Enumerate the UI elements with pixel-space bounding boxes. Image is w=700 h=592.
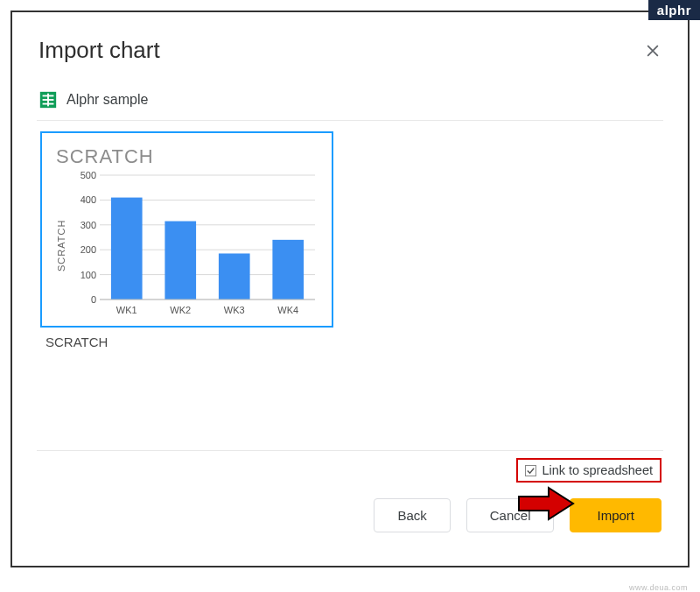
link-checkbox-label: Link to spreadsheet [542,463,653,477]
svg-text:0: 0 [91,294,96,305]
chart-thumbnail[interactable]: SCRATCH SCRATCH 0100200300400500WK1WK2WK… [40,131,333,328]
dialog-frame: Import chart Alphr sample SCRATCH SCRATC… [10,11,690,567]
dialog-title: Import chart [38,37,160,64]
content-area: SCRATCH SCRATCH 0100200300400500WK1WK2WK… [37,120,663,451]
chart-title: SCRATCH [51,142,323,170]
svg-text:300: 300 [80,220,96,230]
button-row: Back Cancel Import [12,483,688,532]
svg-rect-17 [111,198,143,300]
svg-text:WK4: WK4 [277,305,298,315]
svg-rect-19 [164,222,196,300]
svg-rect-21 [219,253,250,300]
chart-y-axis-label: SCRATCH [54,170,68,321]
file-row: Alphr sample [12,73,688,120]
chart-caption: SCRATCH [40,328,660,349]
sheets-icon [38,90,58,109]
cancel-button[interactable]: Cancel [466,498,555,532]
import-button[interactable]: Import [570,498,662,532]
chart-body: SCRATCH 0100200300400500WK1WK2WK3WK4 [51,170,323,321]
link-highlight-box: Link to spreadsheet [516,458,662,483]
check-icon [526,466,536,476]
svg-text:400: 400 [80,194,96,205]
brand-badge: alphr [648,0,700,20]
svg-rect-4 [47,94,49,107]
chart-plot: 0100200300400500WK1WK2WK3WK4 [68,170,323,321]
watermark: www.deua.com [629,583,688,592]
close-button[interactable] [644,42,662,60]
svg-rect-23 [272,240,304,300]
link-checkbox[interactable] [525,465,536,476]
svg-text:100: 100 [80,270,96,280]
file-name: Alphr sample [66,92,148,108]
svg-text:200: 200 [80,244,96,255]
svg-text:WK2: WK2 [170,305,191,315]
svg-text:WK1: WK1 [116,305,137,315]
dialog-header: Import chart [12,12,688,73]
svg-text:500: 500 [80,170,96,180]
link-row: Link to spreadsheet [12,451,688,483]
back-button[interactable]: Back [374,498,450,532]
close-icon [644,42,662,60]
svg-text:WK3: WK3 [224,305,245,315]
